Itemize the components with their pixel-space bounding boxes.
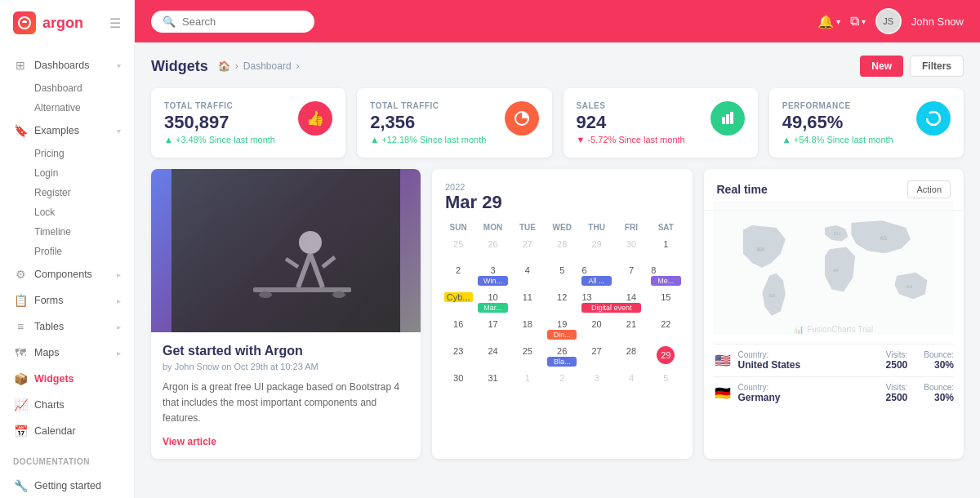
cal-day[interactable]: Cyb... [442, 290, 474, 315]
cal-day[interactable]: 3 [580, 371, 612, 395]
stat-icon-performance [916, 101, 951, 136]
cal-day[interactable]: 19Din... [546, 317, 578, 342]
cal-day[interactable]: 4 [615, 371, 648, 395]
cal-day[interactable]: 13Digital event [580, 290, 612, 315]
cal-day[interactable]: 28 [615, 344, 648, 369]
sidebar-sub-profile[interactable]: Profile [0, 242, 134, 261]
change-arrow: ▼ [577, 135, 586, 145]
cal-day[interactable]: 15 [649, 290, 682, 315]
cal-day[interactable]: 26Bla... [546, 344, 578, 369]
cal-day[interactable]: 3Win... [476, 263, 509, 288]
forms-icon: 📋 [13, 293, 28, 308]
cal-day[interactable]: 11 [511, 290, 544, 315]
sidebar-sub-timeline[interactable]: Timeline [0, 222, 134, 242]
cal-day[interactable]: 5 [546, 263, 578, 288]
cal-day[interactable]: 21 [615, 317, 648, 342]
sidebar-item-tables[interactable]: ≡ Tables ▸ [0, 313, 134, 340]
avatar[interactable]: JS [875, 8, 902, 34]
cal-day[interactable]: 27 [511, 237, 544, 261]
cal-day-today[interactable]: 29 [649, 344, 682, 369]
sidebar-item-dashboards[interactable]: ⊞ Dashboards ▾ [0, 52, 134, 78]
page-header: Widgets 🏠 › Dashboard › New Filters [151, 56, 964, 77]
sidebar-sub-pricing[interactable]: Pricing [0, 144, 134, 163]
cal-day[interactable]: 4 [511, 263, 544, 288]
filters-button[interactable]: Filters [910, 56, 964, 77]
cal-header-sat: SAT [649, 220, 682, 235]
cal-day[interactable]: 8Me... [649, 263, 682, 288]
cal-day[interactable]: 29 [580, 237, 612, 261]
country-info-us: Country: United States [738, 350, 880, 371]
sidebar-item-label: Tables [34, 321, 117, 332]
cal-header-mon: MON [476, 220, 509, 235]
sidebar-sub-lock[interactable]: Lock [0, 202, 134, 222]
breadcrumb-current: Dashboard [243, 60, 292, 72]
search-bar[interactable]: 🔍 [151, 11, 314, 33]
sidebar-sub-login[interactable]: Login [0, 163, 134, 183]
cal-day[interactable]: 25 [442, 237, 474, 261]
cal-day[interactable]: 5 [649, 371, 682, 395]
article-link[interactable]: View article [163, 436, 216, 447]
cal-day[interactable]: 28 [546, 237, 578, 261]
sidebar-item-charts[interactable]: 📈 Charts [0, 392, 134, 418]
cal-day[interactable]: 31 [476, 371, 509, 395]
new-button[interactable]: New [860, 56, 903, 77]
svg-rect-3 [726, 114, 729, 124]
cal-day[interactable]: 20 [580, 317, 612, 342]
article-image [151, 169, 421, 332]
cal-day[interactable]: 12 [546, 290, 578, 315]
world-map: NA SA EU AF AS AU [704, 211, 964, 325]
cal-day[interactable]: 25 [511, 344, 544, 369]
cal-day[interactable]: 14 [615, 290, 648, 315]
cal-day[interactable]: 18 [511, 317, 544, 342]
stat-label: PERFORMANCE [782, 101, 893, 110]
bounce-value: 30% [924, 359, 954, 371]
flag-de: 🇩🇪 [714, 387, 732, 399]
bounce-label: Bounce: [924, 350, 954, 359]
cal-day[interactable]: 30 [615, 237, 648, 261]
country-label: Country: [738, 383, 880, 392]
cal-day[interactable]: 27 [580, 344, 612, 369]
sidebar-toggle-icon[interactable]: ☰ [109, 16, 121, 31]
dashboards-icon: ⊞ [13, 58, 28, 73]
sidebar-sub-alternative[interactable]: Alternative [0, 98, 134, 118]
stat-label: TOTAL TRAFFIC [164, 101, 275, 110]
cal-day[interactable]: 10Mar... [476, 290, 509, 315]
cal-day[interactable]: 30 [442, 371, 474, 395]
cal-day[interactable]: 6All ... [580, 263, 612, 288]
svg-text:AU: AU [906, 284, 912, 289]
sidebar-item-components[interactable]: ⚙ Components ▸ [0, 261, 134, 287]
sidebar-sub-dashboard[interactable]: Dashboard [0, 78, 134, 98]
sidebar-item-maps[interactable]: 🗺 Maps ▸ [0, 340, 134, 366]
article-body: Get started with Argon by John Snow on O… [151, 332, 421, 459]
stat-info: SALES 924 ▼ -5.72% Since last month [577, 101, 685, 145]
notification-icon[interactable]: 🔔 ▾ [817, 14, 840, 29]
calendar-week-3: Cyb... 10Mar... 11 12 13Digital event 14… [442, 290, 683, 315]
cal-day[interactable]: 23 [442, 344, 474, 369]
search-input[interactable] [182, 16, 296, 28]
sidebar-item-calendar[interactable]: 📅 Calendar [0, 418, 134, 444]
stat-change: ▼ -5.72% Since last month [577, 135, 685, 145]
sidebar-item-forms[interactable]: 📋 Forms ▸ [0, 287, 134, 313]
cal-day[interactable]: 17 [476, 317, 509, 342]
action-button[interactable]: Action [907, 180, 951, 198]
user-name[interactable]: John Snow [911, 16, 964, 28]
cal-day[interactable]: 1 [511, 371, 544, 395]
cal-day[interactable]: 24 [476, 344, 509, 369]
sidebar-item-widgets[interactable]: 📦 Widgets [0, 366, 134, 392]
world-map-svg: NA SA EU AF AS AU [714, 201, 955, 336]
sidebar-sub-register[interactable]: Register [0, 183, 134, 202]
cal-header-fri: FRI [615, 220, 648, 235]
cal-day[interactable]: 2 [442, 263, 474, 288]
cal-day[interactable]: 7 [615, 263, 648, 288]
cal-day[interactable]: 22 [649, 317, 682, 342]
cal-day[interactable]: 1 [649, 237, 682, 261]
calendar-year: 2022 [445, 182, 679, 192]
sidebar-item-examples[interactable]: 🔖 Examples ▾ [0, 118, 134, 144]
sidebar-item-getting-started[interactable]: 🔧 Getting started [0, 473, 134, 498]
cal-day[interactable]: 2 [546, 371, 578, 395]
cal-day[interactable]: 26 [476, 237, 509, 261]
calendar-days-header: SUN MON TUE WED THU FRI SAT [442, 220, 683, 235]
sidebar-item-label: Charts [34, 399, 121, 411]
settings-icon[interactable]: ⧉ ▾ [850, 14, 866, 29]
cal-day[interactable]: 16 [442, 317, 474, 342]
